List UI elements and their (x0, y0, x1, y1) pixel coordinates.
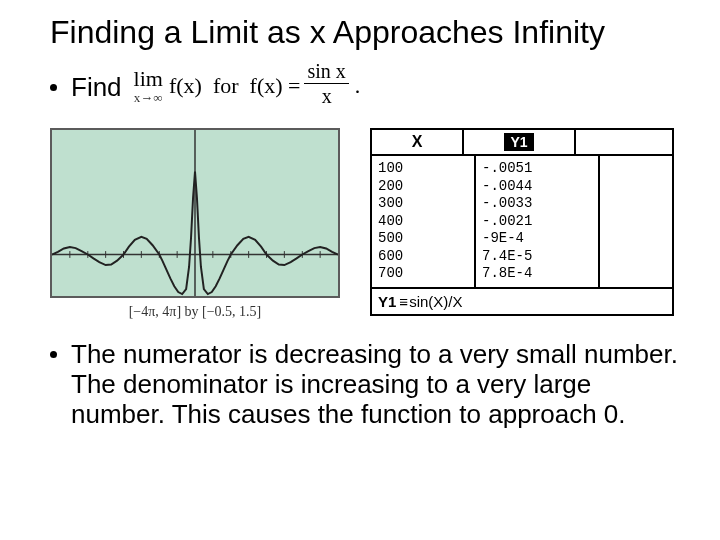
table-row: -9E-4 (482, 230, 592, 248)
formula-period: . (355, 73, 361, 99)
table-row: 500 (378, 230, 468, 248)
slide-title: Finding a Limit as x Approaches Infinity (50, 14, 690, 51)
table-footer-y1: Y1 (378, 293, 396, 310)
bullet-dot-icon (50, 351, 57, 358)
table-x-column: 100 200 300 400 500 600 700 (372, 156, 476, 287)
table-row: -.0021 (482, 213, 592, 231)
table-header-blank (576, 130, 672, 156)
fx-for-text: f(x) for f(x) = (169, 73, 301, 99)
lim-subscript: x→∞ (134, 91, 163, 104)
fraction: sin x x (304, 61, 348, 106)
bullet-find-label: Find (71, 72, 122, 103)
table-row: 300 (378, 195, 468, 213)
table-row: 7.8E-4 (482, 265, 592, 283)
table-row: 400 (378, 213, 468, 231)
table-row: -.0044 (482, 178, 592, 196)
table-row: 200 (378, 178, 468, 196)
table-header-x: X (372, 130, 464, 156)
lim-text: lim (134, 68, 163, 90)
bullet-find: Find lim x→∞ f(x) for f(x) = sin x x . (50, 65, 690, 110)
bullet-explanation-text: The numerator is decreasing to a very sm… (71, 340, 690, 430)
table-row: -.0051 (482, 160, 592, 178)
table-footer: Y1≡sin(X)/X (372, 287, 672, 314)
table-header-y1: Y1 (464, 130, 576, 156)
sinc-graph (50, 128, 340, 298)
fraction-denominator: x (322, 84, 332, 106)
bullet-dot-icon (50, 84, 57, 91)
equals-icon: ≡ (399, 293, 406, 310)
table-footer-eq: sin(X)/X (409, 293, 462, 310)
table-row: 700 (378, 265, 468, 283)
table-row: 600 (378, 248, 468, 266)
table-blank-column (600, 156, 672, 287)
graph-window-caption: [−4π, 4π] by [−0.5, 1.5] (50, 304, 340, 320)
table-row: 7.4E-5 (482, 248, 592, 266)
bullet-explanation: The numerator is decreasing to a very sm… (50, 340, 690, 430)
table-row: -.0033 (482, 195, 592, 213)
fraction-numerator: sin x (304, 61, 348, 84)
calculator-table: X Y1 100 200 300 400 500 600 700 (370, 128, 674, 316)
limit-formula: lim x→∞ f(x) for f(x) = sin x x . (134, 63, 361, 108)
table-y-column: -.0051 -.0044 -.0033 -.0021 -9E-4 7.4E-5… (476, 156, 600, 287)
table-row: 100 (378, 160, 468, 178)
